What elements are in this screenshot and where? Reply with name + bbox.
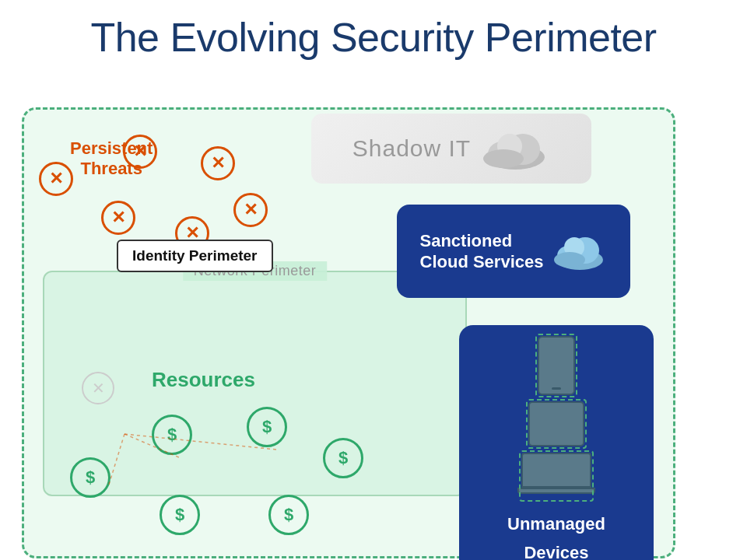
threat-circle-4: ✕ <box>101 201 135 235</box>
shadow-it-cloud-icon <box>480 124 550 173</box>
resources-label: Resources <box>152 368 255 392</box>
devices-stack <box>521 336 591 499</box>
unmanaged-devices-box: Unmanaged Devices <box>459 325 654 560</box>
resource-dollar-2: $ <box>152 415 192 455</box>
laptop-dashed-overlay <box>519 450 594 502</box>
identity-perimeter-label: Identity Perimeter <box>117 240 273 272</box>
phone-dashed-overlay <box>535 334 577 397</box>
faded-threat-circle: ✕ <box>82 372 114 404</box>
unmanaged-label-line1: Unmanaged <box>507 513 605 535</box>
sanctioned-cloud-icon <box>552 230 607 273</box>
resource-dollar-3: $ <box>247 407 287 447</box>
unmanaged-label-line2: Devices <box>507 542 605 560</box>
threat-circle-1: ✕ <box>39 162 73 196</box>
diagram: Shadow IT Sanctioned Cloud Services <box>0 68 747 551</box>
threat-circle-2: ✕ <box>123 135 157 169</box>
resource-dollar-4: $ <box>323 438 363 478</box>
page-title: The Evolving Security Perimeter <box>0 0 747 68</box>
sanctioned-cloud-box: Sanctioned Cloud Services <box>397 205 630 298</box>
shadow-it-box: Shadow IT <box>311 114 591 184</box>
resource-dollar-1: $ <box>70 457 110 498</box>
svg-point-12 <box>554 252 585 268</box>
threat-circle-6: ✕ <box>233 193 268 227</box>
sanctioned-label-line1: Sanctioned <box>420 230 544 252</box>
shadow-it-label: Shadow IT <box>352 135 471 162</box>
sanctioned-label-line2: Cloud Services <box>420 251 544 273</box>
resource-dollar-5: $ <box>160 495 200 535</box>
resource-dollar-6: $ <box>268 495 309 535</box>
svg-point-7 <box>483 149 524 168</box>
threat-circle-3: ✕ <box>201 146 235 180</box>
tablet-dashed-overlay <box>526 399 587 449</box>
